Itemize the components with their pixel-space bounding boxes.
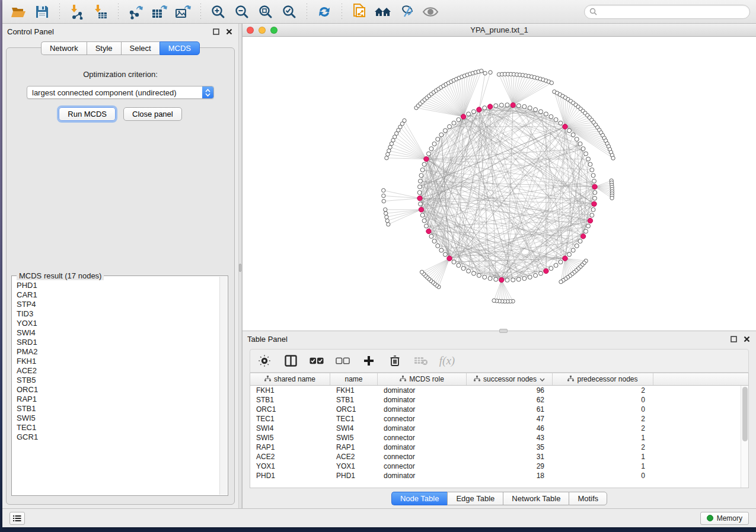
tab-network[interactable]: Network <box>41 41 87 55</box>
table-cell: 18 <box>467 471 553 480</box>
mcds-result-list[interactable]: PHD1CAR1STP4TID3YOX1SWI4SRD1PMA2FKH1ACE2… <box>13 281 219 494</box>
tab-select[interactable]: Select <box>121 41 160 55</box>
save-session-icon[interactable] <box>32 3 52 21</box>
splitter-grip[interactable] <box>239 264 241 272</box>
mcds-result-item[interactable]: STB5 <box>13 376 219 385</box>
dropdown-value: largest connected component (undirected) <box>27 88 202 97</box>
new-network-from-selection-icon[interactable] <box>349 3 369 21</box>
run-mcds-button[interactable]: Run MCDS <box>59 107 116 121</box>
export-table-icon[interactable] <box>149 3 170 21</box>
zoom-selected-icon[interactable] <box>279 3 299 21</box>
table-cell: ORC1 <box>330 405 378 414</box>
network-canvas[interactable] <box>243 37 756 331</box>
function-builder-icon[interactable]: f(x) <box>440 354 454 368</box>
column-header-successor-nodes[interactable]: successor nodes <box>467 373 553 385</box>
close-panel-button[interactable]: Close panel <box>123 107 182 121</box>
table-settings-gear-icon[interactable] <box>257 354 272 368</box>
table-cell <box>653 405 748 414</box>
close-panel-icon[interactable] <box>224 27 234 36</box>
deselect-all-icon[interactable] <box>336 354 350 368</box>
mcds-result-item[interactable]: SWI4 <box>13 328 219 338</box>
table-cell: 1 <box>553 433 653 443</box>
close-window-icon[interactable] <box>247 27 254 34</box>
tab-node-table[interactable]: Node Table <box>391 492 448 505</box>
mcds-result-item[interactable]: CAR1 <box>13 290 219 300</box>
table-row[interactable]: ORC1ORC1dominator610 <box>250 405 748 414</box>
table-row[interactable]: PHD1PHD1dominator180 <box>250 471 748 480</box>
add-column-icon[interactable] <box>362 354 376 368</box>
mcds-result-item[interactable]: PHD1 <box>13 281 219 290</box>
float-table-panel-icon[interactable] <box>729 334 738 344</box>
table-scrollbar[interactable] <box>741 386 748 488</box>
zoom-out-icon[interactable] <box>232 3 252 21</box>
mcds-result-group: MCDS result (17 nodes) PHD1CAR1STP4TID3Y… <box>11 275 228 496</box>
export-network-icon[interactable] <box>126 3 146 21</box>
mcds-result-item[interactable]: ORC1 <box>13 385 219 395</box>
search-input[interactable] <box>600 8 745 16</box>
column-type-icon <box>474 375 480 383</box>
table-cell: 96 <box>467 386 553 395</box>
tab-mcds[interactable]: MCDS <box>160 41 200 55</box>
select-all-icon[interactable] <box>310 354 324 368</box>
import-network-icon[interactable] <box>67 3 87 21</box>
mcds-result-item[interactable]: RAP1 <box>13 395 219 404</box>
optimization-criterion-dropdown[interactable]: largest connected component (undirected) <box>27 86 214 99</box>
search-field[interactable] <box>584 5 750 19</box>
mcds-result-item[interactable]: FKH1 <box>13 357 219 366</box>
tab-network-table[interactable]: Network Table <box>503 492 569 505</box>
hide-selected-icon[interactable] <box>397 3 417 21</box>
table-row[interactable]: TEC1TEC1connector472 <box>250 414 748 424</box>
horizontal-splitter-grip[interactable] <box>499 329 508 333</box>
export-image-icon[interactable] <box>173 3 193 21</box>
mcds-result-item[interactable]: PMA2 <box>13 347 219 357</box>
memory-button[interactable]: Memory <box>700 512 749 525</box>
table-cell: 2 <box>553 386 653 395</box>
mcds-result-item[interactable]: YOX1 <box>13 319 219 328</box>
float-panel-icon[interactable] <box>211 27 221 36</box>
traffic-lights <box>247 27 277 34</box>
mcds-result-item[interactable]: GCR1 <box>13 432 219 442</box>
column-header-MCDS-role[interactable]: MCDS role <box>378 373 467 385</box>
table-scrollbar-thumb[interactable] <box>742 387 748 441</box>
task-history-button[interactable] <box>9 512 25 525</box>
mcds-result-scrollbar[interactable] <box>219 277 227 495</box>
import-table-icon[interactable] <box>91 3 111 21</box>
zoom-fit-icon[interactable] <box>256 3 276 21</box>
delete-table-icon[interactable] <box>414 354 428 368</box>
mcds-result-item[interactable]: SWI5 <box>13 414 219 423</box>
mcds-result-item[interactable]: TEC1 <box>13 423 219 432</box>
table-cell: connector <box>378 433 467 443</box>
table-row[interactable]: RAP1RAP1dominator352 <box>250 443 748 452</box>
table-row[interactable]: FKH1FKH1dominator962 <box>250 386 748 395</box>
show-columns-icon[interactable] <box>283 354 298 368</box>
go-home-icon[interactable] <box>373 3 393 21</box>
table-row[interactable]: YOX1YOX1connector291 <box>250 462 748 471</box>
table-row[interactable]: ACE2ACE2connector311 <box>250 452 748 462</box>
close-table-panel-icon[interactable] <box>742 334 751 344</box>
vertical-splitter[interactable] <box>238 24 242 508</box>
mcds-result-group-title: MCDS result (17 nodes) <box>17 271 104 280</box>
mcds-result-item[interactable]: ACE2 <box>13 366 219 376</box>
tab-motifs[interactable]: Motifs <box>569 492 607 505</box>
table-row[interactable]: SWI4SWI4dominator462 <box>250 424 748 433</box>
minimize-window-icon[interactable] <box>259 27 266 34</box>
tab-edge-table[interactable]: Edge Table <box>447 492 503 505</box>
table-row[interactable]: STB1STB1dominator620 <box>250 395 748 405</box>
column-header-name[interactable]: name <box>330 373 378 385</box>
show-eye-icon[interactable] <box>420 3 441 21</box>
column-header-shared-name[interactable]: shared name <box>250 373 330 385</box>
open-file-icon[interactable] <box>8 3 28 21</box>
tab-style[interactable]: Style <box>87 41 121 55</box>
apply-layout-icon[interactable] <box>314 3 334 21</box>
table-cell: PHD1 <box>330 471 378 480</box>
mcds-result-item[interactable]: STB1 <box>13 404 219 414</box>
delete-column-icon[interactable] <box>388 354 402 368</box>
table-tabs: Node Table Edge Table Network Table Moti… <box>243 488 756 508</box>
mcds-result-item[interactable]: TID3 <box>13 309 219 319</box>
mcds-result-item[interactable]: STP4 <box>13 300 219 309</box>
maximize-window-icon[interactable] <box>270 27 277 34</box>
table-row[interactable]: SWI5SWI5connector431 <box>250 433 748 443</box>
mcds-result-item[interactable]: SRD1 <box>13 338 219 347</box>
zoom-in-icon[interactable] <box>208 3 228 21</box>
column-header-predecessor-nodes[interactable]: predecessor nodes <box>553 373 653 385</box>
